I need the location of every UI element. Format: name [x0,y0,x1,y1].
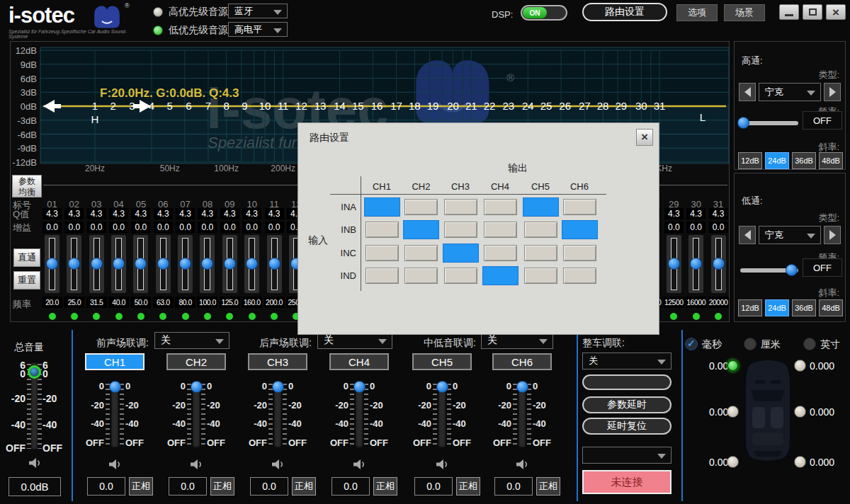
arrow-right-button[interactable] [824,226,841,244]
speaker-icon[interactable] [352,459,366,470]
highpass-slope-48dB[interactable]: 48dB [819,152,843,169]
channel-button-CH3[interactable]: CH3 [248,353,307,370]
band-gain-value[interactable]: 0.0 [131,222,150,233]
channel-slider-knob[interactable] [109,381,121,393]
arrow-left-button[interactable] [739,83,756,101]
band-gain-value[interactable]: 0.0 [154,222,173,233]
band-freq-value[interactable]: 20000 [708,297,729,308]
low-priority-radio[interactable] [153,25,163,35]
band-gain-value[interactable]: 0.0 [176,222,195,233]
band-q-value[interactable]: 4.3 [42,208,62,219]
options-button[interactable]: 选项 [676,4,718,21]
band-gain-value[interactable]: 0.0 [265,222,284,233]
channel-phase-button[interactable]: 正相 [210,477,234,496]
dialog-close-button[interactable]: × [636,129,653,146]
band-gain-value[interactable]: 0.0 [198,222,217,233]
eq-band-handle[interactable]: 22 [484,100,496,112]
maximize-button[interactable] [803,4,822,20]
eq-band-handle[interactable]: 7 [205,100,211,112]
matrix-cell-INB-CH5[interactable] [524,222,557,238]
eq-band-handle[interactable]: 15 [352,100,364,112]
band-q-value[interactable]: 4.3 [220,208,239,219]
channel-delay-value[interactable]: 0.0 [87,477,125,496]
band-freq-value[interactable]: 63.0 [153,297,174,308]
band-q-value[interactable]: 4.3 [265,208,284,219]
eq-band-handle[interactable]: 11 [278,100,289,112]
eq-band-handle[interactable]: 20 [447,100,459,112]
eq-band-handle[interactable]: 1 [92,100,98,112]
band-slider-knob[interactable] [46,258,58,270]
close-button[interactable]: × [826,4,846,20]
band-slider-knob[interactable] [157,258,169,270]
band-freq-value[interactable]: 80.0 [175,297,196,308]
highpass-slope-12dB[interactable]: 12dB [738,152,762,169]
matrix-cell-INA-CH1[interactable] [364,197,400,217]
device-dropdown[interactable] [582,447,672,464]
eq-band-handle[interactable]: 24 [522,100,534,112]
band-q-value[interactable]: 4.3 [176,208,195,219]
band-freq-value[interactable]: 31.5 [86,297,107,308]
lowpass-freq-slider-knob[interactable] [786,264,798,276]
band-gain-value[interactable]: 0.0 [686,222,706,233]
band-slider-knob[interactable] [113,258,125,270]
eq-band-handle[interactable]: 14 [334,100,346,112]
matrix-cell-INB-CH1[interactable] [366,222,399,238]
param-delay-button[interactable]: 参数延时 [582,396,672,413]
band-gain-value[interactable]: 0.0 [87,222,106,233]
matrix-cell-INB-CH4[interactable] [484,222,517,238]
channel-delay-value[interactable]: 0.0 [414,477,453,496]
eq-band-handle[interactable]: 6 [186,100,191,112]
band-slider-knob[interactable] [224,258,236,270]
speaker-icon[interactable] [189,459,203,470]
unit-radio-2[interactable] [744,338,756,350]
eq-band-handle[interactable]: 2 [110,100,116,112]
lowpass-slope-12dB[interactable]: 12dB [738,299,762,316]
matrix-cell-INA-CH4[interactable] [484,199,517,215]
band-q-value[interactable]: 4.3 [131,208,150,219]
band-slider-knob[interactable] [713,258,725,270]
eq-band-handle[interactable]: 31 [654,100,666,112]
band-q-value[interactable]: 4.3 [87,208,106,219]
bypass-button[interactable]: 直通 [13,248,40,267]
eq-band-handle[interactable]: 8 [224,100,230,112]
scene-button[interactable]: 场景 [724,4,765,21]
band-freq-value[interactable]: 200.0 [264,297,285,308]
channel-phase-button[interactable]: 正相 [456,477,480,496]
vehicle-blank-button[interactable] [582,374,672,390]
matrix-cell-INC-CH3[interactable] [443,244,479,263]
highpass-type-dropdown[interactable]: 宁克 [759,83,821,101]
band-freq-value[interactable]: 100.0 [197,297,217,308]
matrix-cell-INA-CH5[interactable] [523,197,559,217]
matrix-cell-INC-CH1[interactable] [366,245,399,261]
matrix-cell-IND-CH3[interactable] [444,268,477,284]
delay-reset-button[interactable]: 延时复位 [582,418,672,435]
band-q-value[interactable]: 4.3 [64,208,84,219]
band-freq-value[interactable]: 12500 [664,297,684,308]
band-q-value[interactable]: 4.3 [686,208,706,219]
band-q-value[interactable]: 4.3 [242,208,261,219]
band-q-value[interactable]: 4.3 [709,208,728,219]
channel-delay-value[interactable]: 0.0 [494,477,533,496]
eq-band-handle[interactable]: 16 [371,100,383,112]
arrow-right-button[interactable] [824,83,841,101]
channel-slider-knob[interactable] [353,381,366,393]
speaker-icon[interactable] [108,459,122,470]
channel-phase-button[interactable]: 正相 [129,477,153,496]
band-gain-value[interactable]: 0.0 [109,222,128,233]
band-gain-value[interactable]: 0.0 [42,222,62,233]
vehicle-link-dropdown[interactable]: 关 [582,353,672,370]
band-slider-knob[interactable] [268,258,280,270]
matrix-cell-INB-CH3[interactable] [444,222,477,238]
arrow-left-button[interactable] [739,226,756,244]
channel-slider-knob[interactable] [436,381,448,393]
high-priority-radio[interactable] [153,7,163,17]
highpass-slope-24dB[interactable]: 24dB [765,152,789,169]
highpass-freq-slider-knob[interactable] [737,117,749,129]
lowpass-slope-48dB[interactable]: 48dB [819,299,843,316]
eq-band-handle[interactable]: 30 [635,100,647,112]
band-freq-value[interactable]: 16000 [686,297,706,308]
reset-button[interactable]: 重置 [13,271,40,290]
matrix-cell-IND-CH5[interactable] [524,268,557,284]
channel-delay-value[interactable]: 0.0 [250,477,288,496]
master-slider-knob[interactable] [28,365,41,379]
